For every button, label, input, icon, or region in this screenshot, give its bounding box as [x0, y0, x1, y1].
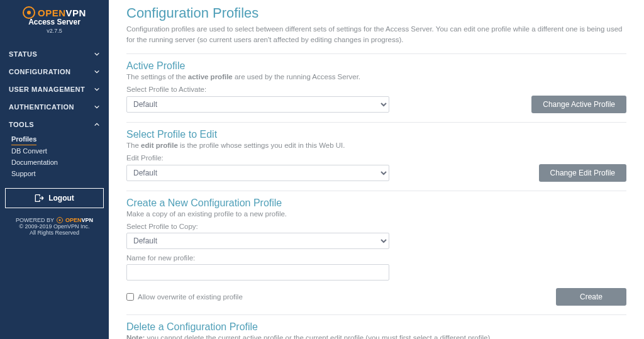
create-desc: Make a copy of an existing profile to a … — [126, 210, 626, 218]
create-name-label: Name for new profile: — [126, 254, 626, 262]
logout-label: Logout — [48, 194, 74, 203]
footer-vpn: VPN — [82, 217, 94, 223]
edit-desc-bold: edit profile — [141, 142, 178, 149]
edit-select-label: Edit Profile: — [126, 154, 626, 162]
nav-configuration[interactable]: CONFIGURATION — [0, 63, 109, 81]
section-create-profile: Create a New Configuration Profile Make … — [126, 191, 626, 306]
footer-rights: All Rights Reserved — [0, 230, 109, 236]
subnav-support[interactable]: Support — [11, 168, 109, 179]
subnav-documentation[interactable]: Documentation — [11, 157, 109, 168]
nav-user-management[interactable]: USER MANAGEMENT — [0, 81, 109, 98]
active-select-label: Select Profile to Activate: — [126, 86, 626, 93]
active-desc-bold: active profile — [188, 73, 233, 81]
create-copy-label: Select Profile to Copy: — [126, 223, 626, 230]
nav-authentication[interactable]: AUTHENTICATION — [0, 98, 109, 116]
nav-user-management-label: USER MANAGEMENT — [9, 86, 85, 93]
copy-profile-select[interactable]: Default — [126, 233, 389, 249]
change-active-profile-button[interactable]: Change Active Profile — [531, 96, 626, 113]
nav-configuration-label: CONFIGURATION — [9, 68, 71, 75]
brand-subtitle: Access Server — [4, 18, 105, 26]
subnav-profiles[interactable]: Profiles — [11, 133, 36, 145]
chevron-down-icon — [94, 51, 100, 57]
edit-profile-select[interactable]: Default — [126, 165, 389, 181]
active-desc: The settings of the active profile are u… — [126, 73, 626, 81]
sidebar: OPENVPN Access Server v2.7.5 STATUS CONF… — [0, 0, 109, 339]
allow-overwrite-label: Allow overwrite of existing profile — [138, 293, 243, 301]
section-delete-profile: Delete a Configuration Profile Note: you… — [126, 314, 626, 340]
allow-overwrite-checkbox[interactable] — [126, 293, 134, 301]
active-desc-pre: The settings of the — [126, 73, 188, 81]
main-content: Configuration Profiles Configuration pro… — [109, 0, 644, 339]
page-title: Configuration Profiles — [126, 5, 626, 21]
nav-tools[interactable]: TOOLS — [0, 116, 109, 133]
brand-version: v2.7.5 — [4, 28, 105, 34]
footer-copyright: © 2009-2019 OpenVPN Inc. — [0, 223, 109, 230]
logout-button[interactable]: Logout — [5, 188, 104, 208]
active-title: Active Profile — [126, 60, 626, 72]
page-description: Configuration profiles are used to selec… — [126, 24, 626, 46]
change-edit-profile-button[interactable]: Change Edit Profile — [539, 164, 626, 182]
subnav-dbconvert[interactable]: DB Convert — [11, 145, 109, 157]
nav-status[interactable]: STATUS — [0, 45, 109, 63]
brand-block: OPENVPN Access Server v2.7.5 — [0, 0, 109, 38]
nav-tools-subnav: Profiles DB Convert Documentation Suppor… — [0, 133, 109, 179]
delete-title: Delete a Configuration Profile — [126, 321, 626, 333]
edit-desc: The edit profile is the profile whose se… — [126, 142, 626, 149]
chevron-down-icon — [94, 104, 100, 110]
chevron-up-icon — [94, 121, 100, 128]
chevron-down-icon — [94, 86, 100, 92]
section-active-profile: Active Profile The settings of the activ… — [126, 53, 626, 113]
delete-desc-post: you cannot delete the current active pro… — [145, 334, 492, 340]
sidebar-footer: POWERED BY OPENVPN © 2009-2019 OpenVPN I… — [0, 217, 109, 236]
logout-icon — [35, 194, 45, 203]
new-profile-name-input[interactable] — [126, 264, 389, 281]
delete-desc: Note: you cannot delete the current acti… — [126, 334, 626, 340]
delete-desc-bold: Note: — [126, 334, 145, 340]
powered-by-label: POWERED BY — [16, 217, 54, 223]
create-button[interactable]: Create — [556, 288, 626, 306]
edit-desc-pre: The — [126, 142, 141, 149]
edit-title: Select Profile to Edit — [126, 129, 626, 140]
sidebar-nav: STATUS CONFIGURATION USER MANAGEMENT AUT… — [0, 45, 109, 179]
section-edit-profile: Select Profile to Edit The edit profile … — [126, 122, 626, 182]
nav-tools-label: TOOLS — [9, 121, 34, 128]
footer-open: OPEN — [65, 217, 82, 223]
brand-vpn: VPN — [66, 8, 86, 18]
create-title: Create a New Configuration Profile — [126, 197, 626, 209]
openvpn-mini-logo-icon — [57, 217, 63, 223]
nav-status-label: STATUS — [9, 50, 37, 58]
chevron-down-icon — [94, 69, 100, 75]
brand-open: OPEN — [38, 8, 66, 18]
nav-authentication-label: AUTHENTICATION — [9, 103, 74, 111]
openvpn-logo-icon — [23, 6, 35, 19]
active-desc-post: are used by the running Access Server. — [233, 73, 360, 81]
edit-desc-post: is the profile whose settings you edit i… — [178, 142, 345, 149]
active-profile-select[interactable]: Default — [126, 96, 389, 113]
